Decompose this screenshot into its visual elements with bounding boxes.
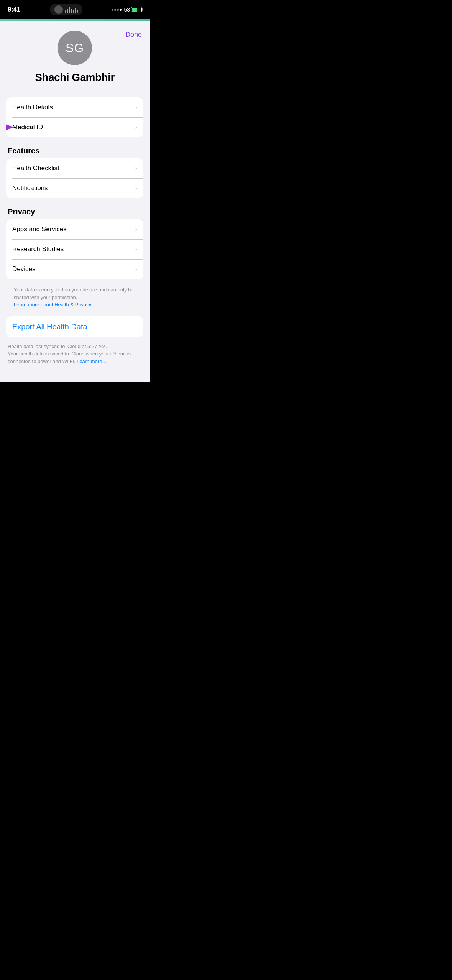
dynamic-island-area [50,4,82,15]
profile-section: Health Details › Medical ID › [0,91,150,137]
sync-footer: Health data last synced to iCloud at 5:2… [0,339,150,367]
privacy-list-card: Apps and Services › Research Studies › D… [6,219,143,279]
research-studies-item[interactable]: Research Studies › [6,239,143,259]
battery: 58 [124,7,142,13]
battery-level: 58 [124,7,130,13]
status-avatar [54,5,63,14]
medical-id-item[interactable]: Medical ID › [6,117,143,137]
apps-and-services-item[interactable]: Apps and Services › [6,219,143,239]
health-details-chevron: › [135,104,137,111]
health-checklist-chevron: › [135,165,137,172]
devices-item[interactable]: Devices › [6,259,143,279]
battery-fill [132,8,137,12]
medical-id-chevron: › [135,124,137,131]
export-health-data-button[interactable]: Export All Health Data [6,316,143,337]
apps-and-services-chevron: › [135,226,137,233]
privacy-section: Privacy Apps and Services › Research Stu… [0,201,150,310]
privacy-footer: Your data is encrypted on your device an… [6,282,143,310]
features-list-card: Health Checklist › Notifications › [6,158,143,198]
notifications-label: Notifications [12,184,48,192]
battery-icon [131,7,142,12]
avatar-initials: SG [66,41,84,55]
health-details-item[interactable]: Health Details › [6,97,143,117]
health-checklist-item[interactable]: Health Checklist › [6,158,143,178]
medical-id-label: Medical ID [12,123,43,131]
notifications-item[interactable]: Notifications › [6,178,143,198]
user-name: Shachi Gambhir [8,71,142,84]
notifications-chevron: › [135,185,137,192]
profile-header: Done SG Shachi Gambhir [0,21,150,91]
done-button[interactable]: Done [125,31,142,39]
features-section-title: Features [6,140,143,158]
features-section: Features Health Checklist › Notification… [0,140,150,198]
profile-list-card: Health Details › Medical ID › [6,97,143,137]
signal-icon [112,9,122,11]
privacy-learn-more-link[interactable]: Learn more about Health & Privacy... [14,302,95,307]
status-right: 58 [112,7,142,13]
health-checklist-label: Health Checklist [12,164,59,172]
main-content: Done SG Shachi Gambhir Health Details › … [0,21,150,382]
research-studies-chevron: › [135,246,137,253]
devices-chevron: › [135,266,137,273]
apps-and-services-label: Apps and Services [12,225,67,233]
research-studies-label: Research Studies [12,245,64,253]
activity-indicator [65,7,78,13]
devices-label: Devices [12,265,35,273]
status-time: 9:41 [8,6,20,13]
sync-text: Health data last synced to iCloud at 5:2… [8,344,131,364]
health-details-label: Health Details [12,104,53,111]
privacy-footer-text: Your data is encrypted on your device an… [14,287,133,300]
sync-learn-more-link[interactable]: Learn more... [77,358,106,364]
status-bar: 9:41 58 [0,0,150,19]
privacy-section-title: Privacy [6,201,143,219]
avatar: SG [58,31,92,65]
